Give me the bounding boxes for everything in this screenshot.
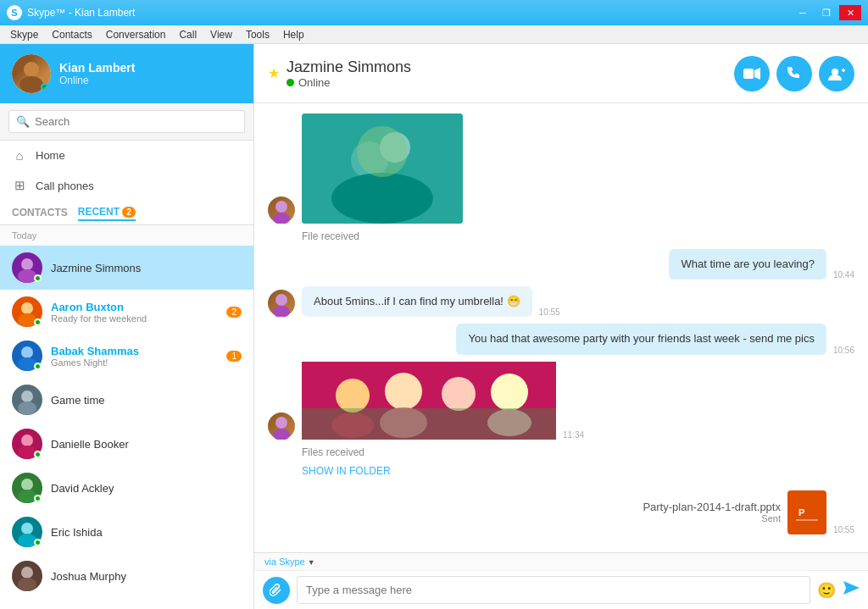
contact-info-gametime: Game time [51,394,242,407]
menu-skype[interactable]: Skype [3,27,45,42]
contact-item-joshua[interactable]: Joshua Murphy [0,554,253,598]
contact-item-gametime[interactable]: Game time [0,378,253,422]
svg-point-8 [21,390,33,402]
video-call-button[interactable] [734,56,770,91]
close-button[interactable]: ✕ [839,5,861,20]
dropdown-arrow-icon[interactable]: ▼ [308,558,315,567]
message-outgoing-file: Party-plan-2014-1-draft.pptx Sent P 10:5… [268,490,854,534]
svg-point-29 [357,126,408,177]
main-layout: Kian Lambert Online 🔍 ⌂ Home ⊞ Call phon… [0,44,868,609]
menu-view[interactable]: View [203,27,239,42]
svg-marker-47 [843,581,860,595]
menu-conversation[interactable]: Conversation [99,27,173,42]
pptx-attachment: Party-plan-2014-1-draft.pptx Sent P [643,490,826,534]
contact-list: Today Jazmine Simmons Aaron Buxton [0,225,253,609]
emoji-button[interactable]: 🙂 [817,581,836,600]
status-dot-jazmine [34,274,42,282]
svg-point-6 [21,346,33,358]
search-bar: 🔍 [0,103,253,141]
chat-contact-status: Online [287,76,411,89]
via-skype-link[interactable]: Skype [279,556,305,567]
svg-point-33 [273,429,290,440]
menu-help[interactable]: Help [276,27,311,42]
menu-contacts[interactable]: Contacts [45,27,98,42]
contact-avatar-danielle [12,429,42,459]
contacts-tabs: CONTACTS RECENT2 [0,201,253,225]
svg-point-4 [21,302,33,314]
message-bubble-incoming-1: About 5mins...if I can find my umbrella!… [302,286,532,317]
svg-point-39 [442,377,476,411]
svg-point-1 [19,76,43,93]
msg-avatar-jazmine-2 [268,290,295,317]
message-input-area: via Skype ▼ 🙂 [254,552,868,609]
profile-name: Kian Lambert [59,61,135,75]
svg-point-41 [491,374,528,411]
titlebar: S Skype™ - Kian Lambert ─ ❐ ✕ [0,0,868,25]
contact-item-babak[interactable]: Babak Shammas Games Night! 1 [0,334,253,378]
search-icon: 🔍 [16,115,30,128]
svg-point-23 [275,201,287,213]
svg-rect-46 [796,519,818,521]
msg-time-3: 10:56 [833,346,854,355]
pptx-sent-label: Sent [643,513,781,523]
menu-call[interactable]: Call [172,27,203,42]
contact-avatar-babak [12,340,42,371]
nav-home-label: Home [36,149,65,162]
status-dot-aaron [34,318,42,326]
contact-item-aaron[interactable]: Aaron Buxton Ready for the weekend 2 [0,290,253,334]
voice-call-button[interactable] [776,56,812,91]
show-in-folder-link[interactable]: SHOW IN FOLDER [302,465,854,477]
contact-info-babak: Babak Shammas Games Night! [51,345,218,368]
contact-item-eric[interactable]: Eric Ishida [0,510,253,554]
skype-logo-icon: S [7,5,22,20]
svg-point-28 [331,173,433,224]
msg-time-5: 10:55 [833,525,854,534]
chat-actions [734,56,854,91]
restore-button[interactable]: ❐ [815,5,837,20]
svg-point-31 [273,306,290,317]
unread-badge-aaron: 2 [226,307,242,318]
online-indicator [287,79,294,86]
svg-rect-43 [302,408,556,440]
message-incoming-img [268,113,854,224]
minimize-button[interactable]: ─ [792,5,814,20]
star-icon: ★ [268,65,280,81]
contact-avatar-jazmine [12,252,42,283]
svg-point-24 [273,213,290,224]
add-contact-button[interactable] [819,56,854,91]
contact-item-jazmine[interactable]: Jazmine Simmons [0,246,253,290]
message-input[interactable] [297,576,810,604]
received-image [302,113,463,224]
svg-point-30 [275,294,287,306]
contact-avatar-gametime [12,385,42,415]
msg-avatar-jazmine-3 [268,412,295,440]
menu-tools[interactable]: Tools [239,27,276,42]
send-button[interactable] [843,580,860,600]
window-controls: ─ ❐ ✕ [792,5,861,20]
svg-point-20 [832,69,838,75]
profile-section: Kian Lambert Online [0,44,253,103]
search-input[interactable] [35,115,237,128]
tab-recent[interactable]: RECENT2 [78,206,136,221]
contact-sub-aaron: Ready for the weekend [51,313,218,324]
svg-point-2 [21,258,33,270]
nav-call-phones[interactable]: ⊞ Call phones [0,170,253,201]
chat-header: ★ Jazmine Simmons Online [254,44,868,103]
nav-home[interactable]: ⌂ Home [0,141,253,170]
via-skype-bar: via Skype ▼ [254,553,868,571]
svg-point-10 [21,435,33,446]
attach-button[interactable] [263,577,290,604]
recent-badge: 2 [122,207,136,218]
contact-avatar-joshua [12,561,42,591]
input-row: 🙂 [254,571,868,609]
svg-point-16 [21,567,33,579]
msg-time-2: 10:55 [539,307,560,317]
files-received-label: Files received [302,446,854,458]
message-outgoing-1: What time are you leaving? 10:44 [268,249,854,280]
contact-item-david[interactable]: David Ackley [0,466,253,510]
contact-name-eric: Eric Ishida [51,526,242,539]
tab-contacts[interactable]: CONTACTS [12,207,68,220]
contact-item-danielle[interactable]: Danielle Booker [0,422,253,466]
chat-contact-name: Jazmine Simmons [287,58,411,76]
contact-info-joshua: Joshua Murphy [51,570,242,583]
